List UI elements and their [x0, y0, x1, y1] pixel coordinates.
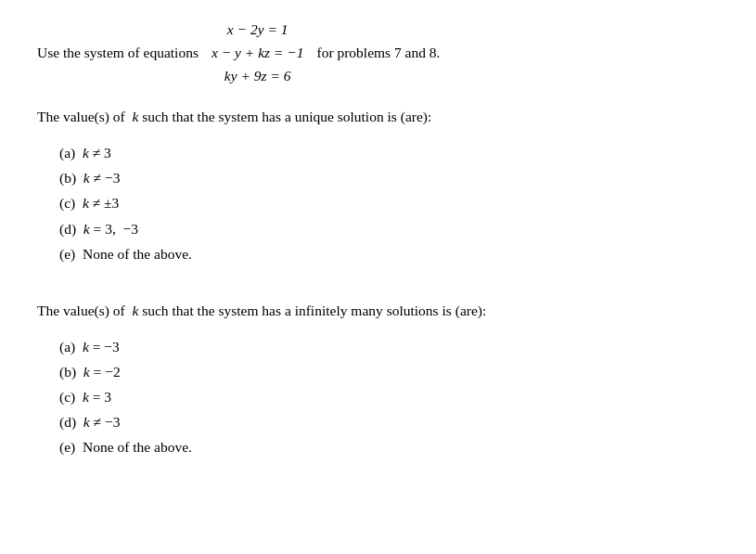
q2-suffix: such that the system has a infinitely ma…: [138, 303, 486, 318]
equation-2: x − y + kz = −1: [211, 42, 304, 65]
intro-label: Use the system of equations: [37, 45, 199, 61]
question-2-text: The value(s) of k such that the system h…: [37, 300, 719, 323]
spacer: [37, 287, 719, 300]
question-2-options: (a) k = −3 (b) k = −2 (c) k = 3 (d) k ≠ …: [37, 334, 719, 460]
question-1-options: (a) k ≠ 3 (b) k ≠ −3 (c) k ≠ ±3 (d) k = …: [37, 140, 719, 266]
q2-option-a: (a) k = −3: [59, 334, 719, 359]
q2-option-e: (e) None of the above.: [59, 434, 719, 459]
q1-option-e: (e) None of the above.: [59, 241, 719, 266]
q2-option-c: (c) k = 3: [59, 384, 719, 409]
q1-suffix: such that the system has a unique soluti…: [138, 109, 431, 124]
for-problems: for problems 7 and 8.: [316, 45, 440, 61]
q1-option-c: (c) k ≠ ±3: [59, 190, 719, 215]
system-intro: Use the system of equations x − 2y = 1 x…: [37, 19, 719, 87]
q1-option-a: (a) k ≠ 3: [59, 140, 719, 165]
q2-option-d: (d) k ≠ −3: [59, 409, 719, 434]
equation-3: ky + 9z = 6: [224, 65, 291, 88]
page-content: Use the system of equations x − 2y = 1 x…: [37, 19, 719, 535]
q1-prefix: The value(s) of: [37, 109, 125, 124]
question-1-text: The value(s) of k such that the system h…: [37, 106, 719, 129]
question-2-block: The value(s) of k such that the system h…: [37, 300, 719, 459]
question-1-block: The value(s) of k such that the system h…: [37, 106, 719, 265]
q2-prefix: The value(s) of: [37, 303, 125, 318]
equation-1: x − 2y = 1: [227, 19, 288, 42]
q1-option-b: (b) k ≠ −3: [59, 165, 719, 190]
q1-option-d: (d) k = 3, −3: [59, 216, 719, 241]
q2-option-b: (b) k = −2: [59, 359, 719, 384]
